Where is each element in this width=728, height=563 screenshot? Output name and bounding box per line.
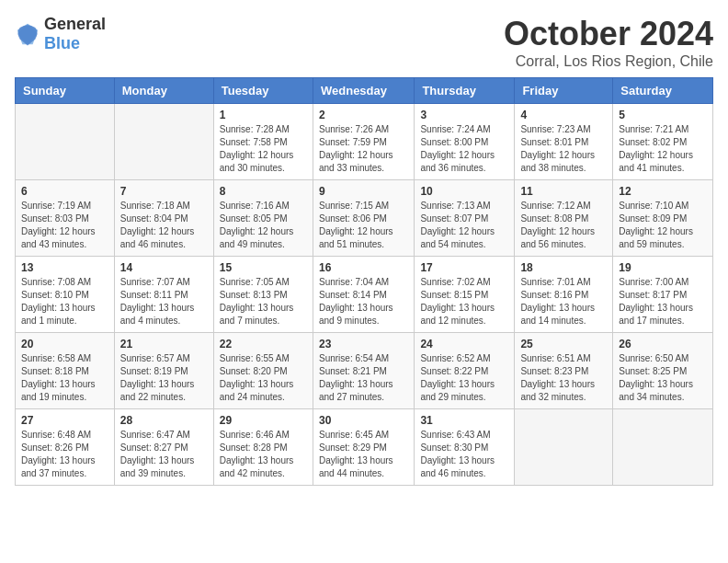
day-info: Sunrise: 7:21 AMSunset: 8:02 PMDaylight:…	[619, 123, 707, 175]
day-number: 6	[21, 185, 108, 198]
location-title: Corral, Los Rios Region, Chile	[504, 53, 713, 70]
day-info: Sunrise: 7:12 AMSunset: 8:08 PMDaylight:…	[520, 200, 607, 251]
calendar-cell	[613, 409, 713, 486]
calendar-cell: 28Sunrise: 6:47 AMSunset: 8:27 PMDayligh…	[114, 409, 213, 486]
weekday-header-monday: Monday	[114, 78, 213, 104]
calendar-header-row: SundayMondayTuesdayWednesdayThursdayFrid…	[16, 78, 713, 104]
calendar-cell: 10Sunrise: 7:13 AMSunset: 8:07 PMDayligh…	[415, 180, 515, 257]
day-number: 12	[619, 185, 707, 198]
day-info: Sunrise: 6:43 AMSunset: 8:30 PMDaylight:…	[420, 429, 508, 480]
day-info: Sunrise: 7:16 AMSunset: 8:05 PMDaylight:…	[220, 200, 307, 251]
day-info: Sunrise: 6:57 AMSunset: 8:19 PMDaylight:…	[120, 352, 208, 404]
calendar-cell: 22Sunrise: 6:55 AMSunset: 8:20 PMDayligh…	[213, 333, 313, 409]
weekday-header-wednesday: Wednesday	[313, 78, 414, 104]
month-title: October 2024	[504, 15, 713, 53]
logo: General Blue	[15, 15, 106, 53]
day-info: Sunrise: 6:47 AMSunset: 8:27 PMDaylight:…	[120, 429, 208, 480]
calendar-table: SundayMondayTuesdayWednesdayThursdayFrid…	[15, 77, 713, 486]
logo-blue: Blue	[44, 34, 80, 52]
day-number: 7	[120, 185, 208, 198]
day-number: 11	[520, 185, 607, 198]
calendar-cell: 18Sunrise: 7:01 AMSunset: 8:16 PMDayligh…	[515, 257, 613, 333]
day-number: 14	[120, 261, 208, 274]
weekday-header-friday: Friday	[515, 78, 613, 104]
day-info: Sunrise: 7:07 AMSunset: 8:11 PMDaylight:…	[120, 276, 208, 327]
calendar-cell: 11Sunrise: 7:12 AMSunset: 8:08 PMDayligh…	[515, 180, 613, 257]
title-block: October 2024 Corral, Los Rios Region, Ch…	[504, 15, 713, 70]
calendar-cell: 1Sunrise: 7:28 AMSunset: 7:58 PMDaylight…	[213, 104, 313, 180]
day-info: Sunrise: 6:46 AMSunset: 8:28 PMDaylight:…	[220, 429, 307, 480]
calendar-cell: 27Sunrise: 6:48 AMSunset: 8:26 PMDayligh…	[16, 409, 115, 486]
day-number: 26	[619, 338, 707, 350]
day-info: Sunrise: 7:18 AMSunset: 8:04 PMDaylight:…	[120, 200, 208, 251]
logo-icon	[15, 21, 40, 47]
day-number: 16	[319, 261, 408, 274]
calendar-cell: 4Sunrise: 7:23 AMSunset: 8:01 PMDaylight…	[515, 104, 613, 180]
day-number: 22	[220, 338, 307, 350]
calendar-cell: 26Sunrise: 6:50 AMSunset: 8:25 PMDayligh…	[613, 333, 713, 409]
day-number: 1	[220, 109, 307, 121]
calendar-cell: 30Sunrise: 6:45 AMSunset: 8:29 PMDayligh…	[313, 409, 414, 486]
calendar-cell: 16Sunrise: 7:04 AMSunset: 8:14 PMDayligh…	[313, 257, 414, 333]
weekday-header-tuesday: Tuesday	[213, 78, 313, 104]
day-info: Sunrise: 7:13 AMSunset: 8:07 PMDaylight:…	[420, 200, 508, 251]
weekday-header-saturday: Saturday	[613, 78, 713, 104]
calendar-cell: 3Sunrise: 7:24 AMSunset: 8:00 PMDaylight…	[415, 104, 515, 180]
calendar-cell: 24Sunrise: 6:52 AMSunset: 8:22 PMDayligh…	[415, 333, 515, 409]
day-info: Sunrise: 7:24 AMSunset: 8:00 PMDaylight:…	[420, 123, 508, 175]
calendar-week-3: 13Sunrise: 7:08 AMSunset: 8:10 PMDayligh…	[16, 257, 713, 333]
calendar-cell: 12Sunrise: 7:10 AMSunset: 8:09 PMDayligh…	[613, 180, 713, 257]
calendar-cell: 7Sunrise: 7:18 AMSunset: 8:04 PMDaylight…	[114, 180, 213, 257]
calendar-cell: 6Sunrise: 7:19 AMSunset: 8:03 PMDaylight…	[16, 180, 115, 257]
calendar-cell: 31Sunrise: 6:43 AMSunset: 8:30 PMDayligh…	[415, 409, 515, 486]
weekday-header-sunday: Sunday	[16, 78, 115, 104]
calendar-cell: 21Sunrise: 6:57 AMSunset: 8:19 PMDayligh…	[114, 333, 213, 409]
day-number: 3	[420, 109, 508, 121]
day-info: Sunrise: 7:28 AMSunset: 7:58 PMDaylight:…	[220, 123, 307, 175]
calendar-week-5: 27Sunrise: 6:48 AMSunset: 8:26 PMDayligh…	[16, 409, 713, 486]
calendar-cell: 17Sunrise: 7:02 AMSunset: 8:15 PMDayligh…	[415, 257, 515, 333]
day-info: Sunrise: 7:05 AMSunset: 8:13 PMDaylight:…	[220, 276, 307, 327]
day-number: 30	[319, 414, 408, 427]
day-number: 18	[520, 261, 607, 274]
day-number: 9	[319, 185, 408, 198]
day-number: 17	[420, 261, 508, 274]
weekday-header-thursday: Thursday	[415, 78, 515, 104]
day-info: Sunrise: 7:08 AMSunset: 8:10 PMDaylight:…	[21, 276, 108, 327]
day-number: 5	[619, 109, 707, 121]
day-info: Sunrise: 7:19 AMSunset: 8:03 PMDaylight:…	[21, 200, 108, 251]
calendar-cell: 20Sunrise: 6:58 AMSunset: 8:18 PMDayligh…	[16, 333, 115, 409]
calendar-cell: 29Sunrise: 6:46 AMSunset: 8:28 PMDayligh…	[213, 409, 313, 486]
day-number: 13	[21, 261, 108, 274]
calendar-cell: 8Sunrise: 7:16 AMSunset: 8:05 PMDaylight…	[213, 180, 313, 257]
day-number: 24	[420, 338, 508, 350]
day-number: 31	[420, 414, 508, 427]
day-number: 4	[520, 109, 607, 121]
day-number: 29	[220, 414, 307, 427]
day-info: Sunrise: 6:48 AMSunset: 8:26 PMDaylight:…	[21, 429, 108, 480]
calendar-cell: 13Sunrise: 7:08 AMSunset: 8:10 PMDayligh…	[16, 257, 115, 333]
calendar-cell: 19Sunrise: 7:00 AMSunset: 8:17 PMDayligh…	[613, 257, 713, 333]
logo-general: General	[44, 15, 106, 33]
day-number: 25	[520, 338, 607, 350]
calendar-cell	[515, 409, 613, 486]
calendar-cell: 14Sunrise: 7:07 AMSunset: 8:11 PMDayligh…	[114, 257, 213, 333]
calendar-cell: 15Sunrise: 7:05 AMSunset: 8:13 PMDayligh…	[213, 257, 313, 333]
day-info: Sunrise: 7:23 AMSunset: 8:01 PMDaylight:…	[520, 123, 607, 175]
day-number: 20	[21, 338, 108, 350]
day-info: Sunrise: 6:55 AMSunset: 8:20 PMDaylight:…	[220, 352, 307, 404]
calendar-week-4: 20Sunrise: 6:58 AMSunset: 8:18 PMDayligh…	[16, 333, 713, 409]
page-header: General Blue October 2024 Corral, Los Ri…	[15, 15, 713, 70]
day-number: 23	[319, 338, 408, 350]
day-info: Sunrise: 6:54 AMSunset: 8:21 PMDaylight:…	[319, 352, 408, 404]
calendar-cell: 9Sunrise: 7:15 AMSunset: 8:06 PMDaylight…	[313, 180, 414, 257]
day-info: Sunrise: 6:45 AMSunset: 8:29 PMDaylight:…	[319, 429, 408, 480]
day-info: Sunrise: 6:58 AMSunset: 8:18 PMDaylight:…	[21, 352, 108, 404]
logo-text: General Blue	[44, 15, 106, 53]
day-info: Sunrise: 6:51 AMSunset: 8:23 PMDaylight:…	[520, 352, 607, 404]
calendar-week-2: 6Sunrise: 7:19 AMSunset: 8:03 PMDaylight…	[16, 180, 713, 257]
calendar-cell: 23Sunrise: 6:54 AMSunset: 8:21 PMDayligh…	[313, 333, 414, 409]
day-number: 21	[120, 338, 208, 350]
day-info: Sunrise: 7:00 AMSunset: 8:17 PMDaylight:…	[619, 276, 707, 327]
day-info: Sunrise: 6:52 AMSunset: 8:22 PMDaylight:…	[420, 352, 508, 404]
